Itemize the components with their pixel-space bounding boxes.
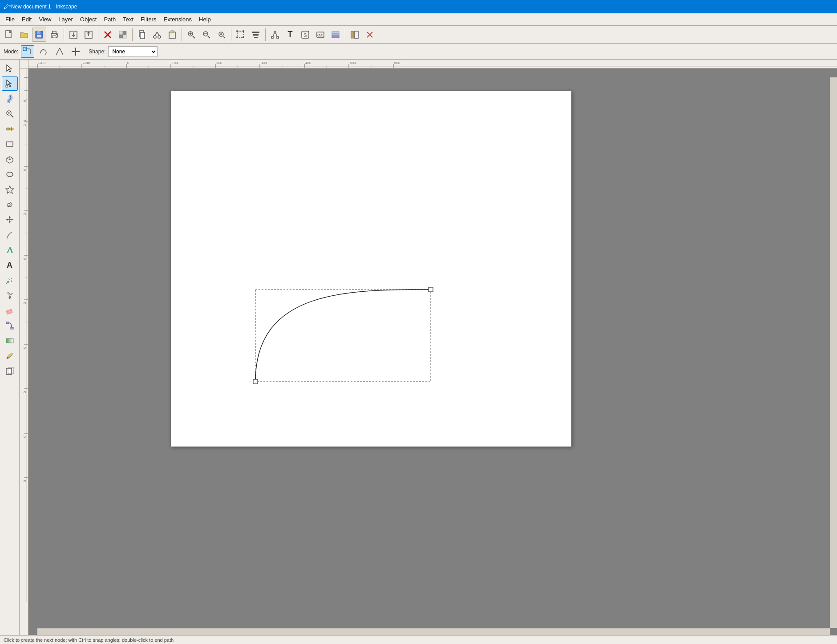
transform-button[interactable] (234, 28, 248, 42)
canvas-container[interactable]: -200 -100 0 100 200 300 400 (20, 60, 837, 635)
svg-rect-53 (332, 36, 339, 38)
select-tool-btn[interactable] (2, 61, 18, 76)
delete-button[interactable] (101, 28, 115, 42)
svg-rect-18 (119, 35, 123, 38)
svg-marker-85 (12, 219, 13, 221)
text-toolbar-btn[interactable]: T (283, 28, 297, 42)
pages-tool-btn[interactable] (2, 364, 18, 378)
shape-select[interactable]: None Triangle In Triangle Out Ellipse Fr… (108, 46, 158, 57)
align-button[interactable] (249, 28, 263, 42)
zoom-fit-button[interactable] (214, 28, 229, 42)
sep6 (265, 28, 266, 41)
svg-line-78 (7, 158, 10, 160)
menu-extensions[interactable]: Extensions (160, 15, 195, 24)
svg-point-41 (236, 36, 238, 38)
symbol-btn[interactable]: S (298, 28, 312, 42)
svg-marker-81 (6, 186, 14, 193)
menu-view[interactable]: View (35, 15, 55, 24)
zoom-in-button[interactable] (184, 28, 198, 42)
svg-text:S: S (303, 32, 307, 38)
svg-line-69 (11, 115, 13, 117)
star-tool-btn[interactable] (2, 182, 18, 197)
menu-path[interactable]: Path (100, 15, 119, 24)
spiral-tool-btn[interactable] (2, 197, 18, 212)
menu-help[interactable]: Help (195, 15, 214, 24)
menu-layer[interactable]: Layer (55, 15, 77, 24)
menu-filters[interactable]: Filters (137, 15, 160, 24)
svg-text:0: 0 (23, 213, 27, 215)
connector-tool-btn[interactable] (2, 318, 18, 333)
node-tool-btn[interactable] (2, 76, 18, 91)
print-button[interactable] (47, 28, 61, 42)
paste-button[interactable] (165, 28, 179, 42)
menu-text[interactable]: Text (119, 15, 137, 24)
svg-line-64 (60, 48, 63, 55)
svg-rect-5 (37, 35, 41, 37)
svg-rect-92 (6, 322, 9, 324)
paint-bucket-btn[interactable] (2, 288, 18, 302)
svg-point-88 (11, 281, 12, 282)
bezier-mode-btn[interactable] (21, 45, 34, 58)
svg-line-36 (223, 36, 225, 38)
import-button[interactable] (66, 28, 81, 42)
new-button[interactable] (2, 28, 16, 42)
open-library-btn[interactable] (348, 28, 362, 42)
save-button[interactable] (32, 28, 46, 42)
svg-text:0: 0 (23, 346, 27, 349)
svg-text:500: 500 (350, 61, 356, 65)
bezier-path[interactable] (255, 290, 431, 382)
title-bar: 🖊 *New document 1 - Inkscape (0, 0, 837, 13)
spray-tool-btn[interactable] (2, 273, 18, 287)
vertical-scrollbar[interactable] (830, 77, 837, 628)
eyedropper-tool-btn[interactable] (2, 349, 18, 363)
open-button[interactable] (17, 28, 31, 42)
drawing-svg[interactable] (37, 77, 837, 635)
sep3 (132, 28, 133, 41)
text-tool-sidebar-btn[interactable]: A (2, 258, 18, 272)
svg-rect-93 (11, 327, 13, 329)
svg-rect-17 (123, 31, 126, 35)
calligraphy-tool-btn[interactable] (2, 243, 18, 257)
move-tool-btn[interactable] (2, 213, 18, 227)
xml-btn[interactable]: XML (313, 28, 328, 42)
svg-text:300: 300 (261, 61, 267, 65)
cut-button[interactable] (150, 28, 164, 42)
pencil-tool-btn[interactable] (2, 228, 18, 242)
svg-rect-44 (253, 34, 259, 36)
sep2 (98, 28, 98, 41)
box3d-tool-btn[interactable] (2, 152, 18, 166)
rect-tool-btn[interactable] (2, 137, 18, 151)
zoom-out-button[interactable] (199, 28, 214, 42)
zoom-tool-btn[interactable] (2, 107, 18, 121)
menu-edit[interactable]: Edit (18, 15, 35, 24)
menu-object[interactable]: Object (77, 15, 101, 24)
svg-rect-47 (274, 31, 276, 33)
start-node-handle[interactable] (253, 379, 258, 384)
node-editor-toolbar-btn[interactable] (268, 28, 282, 42)
svg-line-29 (193, 36, 195, 38)
end-node-handle[interactable] (429, 287, 433, 292)
menu-file[interactable]: File (2, 15, 18, 24)
measure-tool-btn[interactable] (2, 122, 18, 136)
straight-mode-btn[interactable] (69, 45, 82, 58)
tweak-tool-btn[interactable] (2, 92, 18, 106)
spiro-mode-btn[interactable] (37, 45, 50, 58)
mode-label: Mode: (4, 48, 18, 55)
svg-rect-57 (355, 31, 358, 38)
mode-bar: Mode: Shape: None Triangle In Triangle O… (0, 44, 837, 60)
export-button[interactable] (81, 28, 96, 42)
canvas-area[interactable] (28, 68, 837, 635)
copy-to-clipboard-button[interactable] (135, 28, 149, 42)
ellipse-tool-btn[interactable] (2, 167, 18, 181)
gradient-tool-btn[interactable] (2, 334, 18, 348)
bspline-mode-btn[interactable] (53, 45, 66, 58)
horizontal-scrollbar[interactable] (37, 628, 830, 635)
svg-line-79 (10, 158, 13, 160)
svg-point-22 (154, 36, 156, 38)
sep5 (231, 28, 231, 41)
eraser-tool-btn[interactable] (2, 303, 18, 318)
close-btn[interactable] (363, 28, 377, 42)
layers-btn[interactable] (328, 28, 343, 42)
checkerboard-button[interactable] (116, 28, 130, 42)
svg-line-33 (208, 36, 210, 38)
